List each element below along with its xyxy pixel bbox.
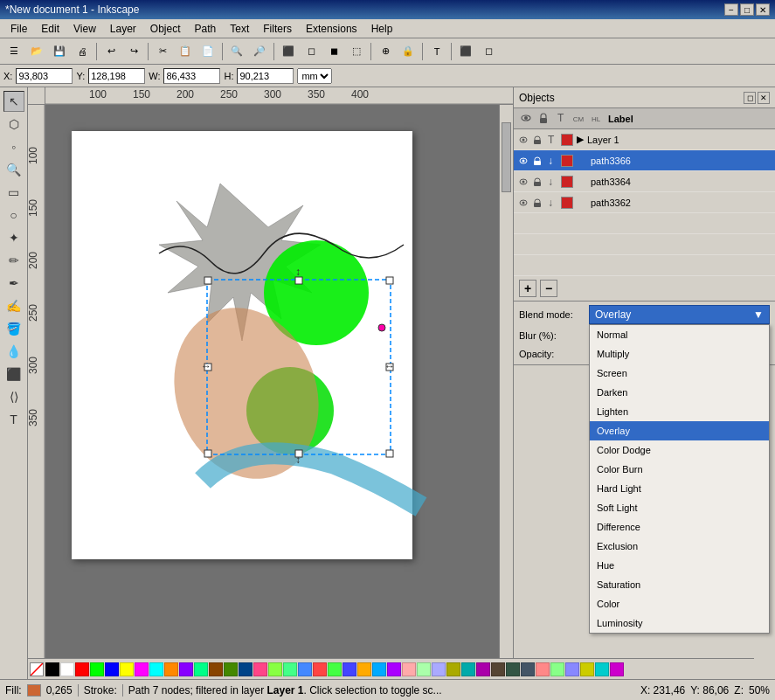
palette-cell[interactable] (90, 662, 104, 676)
palette-cell[interactable] (565, 662, 579, 676)
blend-option-darken[interactable]: Darken (590, 383, 769, 402)
distribute-btn[interactable]: ⬚ (346, 41, 367, 62)
palette-cell[interactable] (402, 662, 416, 676)
palette-cell[interactable] (135, 662, 149, 676)
palette-cell[interactable] (179, 662, 193, 676)
path3366-eye[interactable] (517, 155, 529, 167)
palette-cell[interactable] (149, 662, 163, 676)
palette-cell[interactable] (343, 662, 356, 676)
eyedropper-tool[interactable]: 💧 (3, 341, 24, 362)
blend-option-luminosity[interactable]: Luminosity (590, 613, 769, 633)
expand-icon[interactable]: ▶ (577, 134, 584, 145)
group-btn[interactable]: ⬛ (455, 41, 476, 62)
scrollbar-vertical[interactable] (499, 105, 513, 665)
blend-mode-dropdown[interactable]: Overlay ▼ (589, 305, 770, 324)
palette-cell[interactable] (268, 662, 282, 676)
palette-cell[interactable] (476, 662, 490, 676)
path3362-type[interactable]: ↓ (545, 197, 557, 209)
layer-row-layer1[interactable]: T ▶ Layer 1 (514, 129, 775, 150)
zoom-out-btn[interactable]: 🔎 (249, 41, 270, 62)
w-input[interactable] (163, 68, 220, 84)
maximize-button[interactable]: □ (740, 3, 754, 16)
blend-option-exclusion[interactable]: Exclusion (590, 537, 769, 556)
remove-layer-btn[interactable]: − (540, 280, 557, 297)
close-button[interactable]: ✕ (756, 3, 770, 16)
vis-type[interactable]: T (545, 134, 557, 146)
path3362-lock[interactable] (531, 197, 543, 209)
cut-btn[interactable]: ✂ (152, 41, 173, 62)
h-input[interactable] (237, 68, 294, 84)
zoom-tool[interactable]: 🔍 (3, 159, 24, 180)
menu-item-extensions[interactable]: Extensions (299, 19, 364, 38)
palette-cell[interactable] (387, 662, 401, 676)
vis-lock[interactable] (531, 134, 543, 146)
redo-btn[interactable]: ↪ (123, 41, 144, 62)
select-tool[interactable]: ↖ (3, 91, 24, 112)
align-left-btn[interactable]: ⬛ (278, 41, 299, 62)
blend-option-colorburn[interactable]: Color Burn (590, 460, 769, 479)
star-tool[interactable]: ✦ (3, 227, 24, 248)
menu-item-file[interactable]: File (3, 19, 34, 38)
align-right-btn[interactable]: ◻ (301, 41, 322, 62)
lock-btn[interactable]: 🔒 (398, 41, 419, 62)
palette-cell[interactable] (536, 662, 550, 676)
node-btn[interactable]: ⊕ (375, 41, 396, 62)
menu-item-view[interactable]: View (66, 19, 103, 38)
palette-cell[interactable] (209, 662, 223, 676)
palette-cell[interactable] (45, 662, 59, 676)
ellipse-tool[interactable]: ○ (3, 204, 24, 225)
layer-row-path3364[interactable]: ↓ path3364 (514, 171, 775, 192)
path3364-lock[interactable] (531, 176, 543, 188)
text-tool[interactable]: T (3, 409, 24, 430)
save-btn[interactable]: 💾 (49, 41, 70, 62)
bucket-tool[interactable]: 🪣 (3, 318, 24, 339)
palette-cell[interactable] (253, 662, 267, 676)
align-center-btn[interactable]: ◼ (323, 41, 344, 62)
pencil-tool[interactable]: ✏ (3, 250, 24, 271)
calligraphy-tool[interactable]: ✍ (3, 295, 24, 316)
add-layer-btn[interactable]: + (519, 280, 536, 297)
palette-cell[interactable] (432, 662, 446, 676)
menu-item-path[interactable]: Path (188, 19, 224, 38)
scrollbar-thumb-v[interactable] (502, 122, 511, 192)
palette-cell[interactable] (164, 662, 178, 676)
menu-item-layer[interactable]: Layer (103, 19, 143, 38)
layer-row-path3366[interactable]: ↓ path3366 (514, 150, 775, 171)
blend-option-lighten[interactable]: Lighten (590, 402, 769, 421)
layer-row-path3362[interactable]: ↓ path3362 (514, 192, 775, 213)
palette-cell[interactable] (461, 662, 475, 676)
blend-option-overlay[interactable]: Overlay (590, 421, 769, 440)
blend-option-color[interactable]: Color (590, 594, 769, 613)
minimize-button[interactable]: − (724, 3, 738, 16)
blend-option-colordodge[interactable]: Color Dodge (590, 440, 769, 460)
menu-item-text[interactable]: Text (223, 19, 256, 38)
unit-select[interactable]: mm px pt (297, 68, 332, 84)
zoom-in-btn[interactable]: 🔍 (226, 41, 247, 62)
palette-cell[interactable] (446, 662, 460, 676)
palette-cell[interactable] (372, 662, 386, 676)
print-btn[interactable]: 🖨 (72, 41, 93, 62)
objects-panel-restore[interactable]: ◻ (744, 92, 756, 104)
pen-tool[interactable]: ✒ (3, 273, 24, 294)
blend-option-normal[interactable]: Normal (590, 325, 769, 344)
blend-option-saturation[interactable]: Saturation (590, 575, 769, 594)
palette-cell[interactable] (298, 662, 312, 676)
path3364-eye[interactable] (517, 176, 529, 188)
ungroup-btn[interactable]: ◻ (478, 41, 499, 62)
palette-cell[interactable] (60, 662, 74, 676)
blend-option-hue[interactable]: Hue (590, 556, 769, 575)
menu-item-filters[interactable]: Filters (256, 19, 299, 38)
path3366-lock[interactable] (531, 155, 543, 167)
palette-cell[interactable] (521, 662, 535, 676)
palette-cell[interactable] (506, 662, 520, 676)
menu-item-help[interactable]: Help (364, 19, 400, 38)
path3366-type[interactable]: ↓ (545, 155, 557, 167)
gradient-tool[interactable]: ⬛ (3, 364, 24, 385)
blend-option-multiply[interactable]: Multiply (590, 344, 769, 364)
palette-cell[interactable] (239, 662, 253, 676)
palette-cell[interactable] (610, 662, 624, 676)
palette-cell[interactable] (550, 662, 564, 676)
palette-cell[interactable] (580, 662, 594, 676)
palette-cell[interactable] (328, 662, 342, 676)
tweak-tool[interactable]: ◦ (3, 136, 24, 157)
